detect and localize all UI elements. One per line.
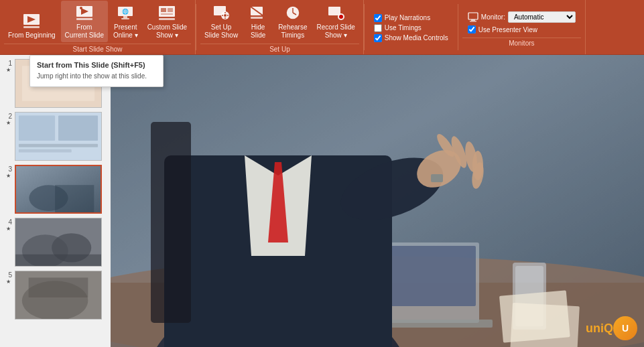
main-area: 1 ★ Slide 1 2 ★	[0, 55, 644, 347]
slide-thumb-4[interactable]	[15, 218, 102, 267]
slide-num-star-4: 4 ★	[4, 218, 12, 232]
rehearse-timings-icon	[283, 3, 302, 22]
slide-5-preview	[15, 271, 101, 320]
from-beginning-icon	[22, 11, 41, 30]
record-slide-show-button[interactable]: Record SlideShow ▾	[313, 1, 359, 42]
monitor-selector-row: Monitor: Automatic Primary Monitor	[468, 11, 576, 23]
slide-star-3: ★	[6, 173, 11, 179]
active-slide-svg	[111, 55, 644, 347]
ribbon: From Beginning FromCurrent Slide 🌐	[0, 0, 644, 55]
set-up-slide-show-label: Set UpSlide Show	[204, 23, 238, 40]
from-current-button[interactable]: FromCurrent Slide	[61, 1, 108, 42]
svg-rect-33	[468, 13, 478, 19]
slide-item-5[interactable]: 5 ★	[3, 269, 108, 321]
play-narrations-checkbox[interactable]	[374, 14, 382, 22]
slide-item-3[interactable]: 3 ★	[3, 163, 108, 215]
use-timings-checkbox[interactable]	[374, 24, 382, 32]
slideshow-options: Play Narrations Use Timings Show Media C…	[369, 11, 454, 45]
custom-slide-show-label: Custom SlideShow ▾	[147, 23, 187, 40]
from-current-label: FromCurrent Slide	[65, 23, 104, 40]
start-slideshow-buttons: From Beginning FromCurrent Slide 🌐	[4, 1, 191, 42]
tooltip-description: Jump right into the show at this slide.	[37, 72, 156, 81]
ribbon-section-options: Play Narrations Use Timings Show Media C…	[365, 0, 458, 54]
svg-rect-40	[19, 115, 55, 140]
svg-rect-5	[76, 18, 92, 20]
set-up-slide-show-icon	[212, 3, 231, 22]
present-online-label: PresentOnline ▾	[113, 23, 138, 40]
ribbon-section-start-slideshow: From Beginning FromCurrent Slide 🌐	[0, 0, 196, 54]
svg-rect-1	[23, 26, 40, 28]
svg-rect-15	[159, 18, 175, 20]
monitor-label: Monitor:	[481, 13, 505, 21]
present-online-icon: 🌐	[116, 3, 135, 22]
set-up-slide-show-button[interactable]: Set UpSlide Show	[200, 1, 242, 42]
slide-number-2: 2	[4, 113, 12, 120]
slide-num-star-5: 5 ★	[4, 271, 12, 285]
svg-rect-25	[251, 17, 263, 19]
svg-rect-14	[161, 13, 173, 15]
svg-rect-75	[431, 174, 443, 182]
from-beginning-button[interactable]: From Beginning	[4, 9, 60, 42]
custom-slide-show-button[interactable]: Custom SlideShow ▾	[143, 1, 191, 42]
presenter-view-checkbox[interactable]	[468, 25, 476, 33]
use-timings-label: Use Timings	[385, 24, 422, 31]
svg-rect-12	[161, 8, 166, 12]
logo-watermark: uniQ U	[586, 316, 637, 340]
monitor-select[interactable]: Automatic Primary Monitor	[508, 11, 576, 23]
presenter-view-row[interactable]: Use Presenter View	[468, 25, 576, 33]
slide-star-1: ★	[6, 67, 11, 73]
svg-point-6	[80, 7, 82, 9]
slide-num-star-3: 3 ★	[4, 165, 12, 179]
svg-point-18	[224, 14, 227, 17]
monitors-section-label: Monitors	[462, 38, 581, 47]
svg-rect-77	[510, 303, 580, 347]
setup-section-label: Set Up	[200, 44, 359, 53]
svg-point-32	[339, 15, 343, 19]
slide-number-4: 4	[4, 219, 12, 226]
show-media-controls-row[interactable]: Show Media Controls	[374, 34, 448, 42]
rehearse-timings-button[interactable]: RehearseTimings	[274, 1, 311, 42]
slide-4-preview	[15, 218, 101, 267]
svg-rect-8	[123, 16, 127, 18]
slide-number-1: 1	[4, 60, 12, 67]
svg-rect-35	[470, 21, 476, 22]
slide-star-4: ★	[6, 226, 11, 232]
tooltip-title: Start from This Slide (Shift+F5)	[37, 61, 156, 69]
present-online-button[interactable]: 🌐 PresentOnline ▾	[109, 1, 142, 42]
monitors-options: Monitor: Automatic Primary Monitor Use P…	[462, 9, 581, 36]
svg-rect-54	[29, 277, 88, 297]
from-current-icon	[75, 3, 94, 22]
svg-rect-43	[19, 149, 72, 153]
slide-num-star-1: 1 ★	[4, 59, 12, 73]
svg-rect-34	[471, 19, 475, 21]
play-narrations-label: Play Narrations	[385, 14, 430, 21]
slide-star-2: ★	[6, 120, 11, 126]
logo-text-orange: uniQ	[586, 322, 613, 336]
start-slideshow-section-label: Start Slide Show	[4, 44, 191, 53]
slide-thumb-2[interactable]	[15, 112, 102, 161]
tooltip-box: Start from This Slide (Shift+F5) Jump ri…	[29, 55, 164, 87]
slide-item-4[interactable]: 4 ★	[3, 216, 108, 268]
svg-rect-30	[328, 7, 340, 15]
slide-thumb-3[interactable]	[15, 165, 102, 214]
hide-slide-label: HideSlide	[251, 23, 265, 40]
slide-thumb-5[interactable]	[15, 271, 102, 320]
show-media-controls-checkbox[interactable]	[374, 34, 382, 42]
from-beginning-label: From Beginning	[8, 31, 56, 40]
play-narrations-row[interactable]: Play Narrations	[374, 14, 448, 22]
presenter-view-label: Use Presenter View	[478, 26, 537, 33]
svg-rect-42	[19, 144, 98, 147]
monitor-icon	[468, 12, 478, 23]
svg-rect-41	[58, 115, 98, 140]
slide-num-star-2: 2 ★	[4, 112, 12, 126]
use-timings-row[interactable]: Use Timings	[374, 24, 448, 32]
svg-rect-13	[168, 8, 173, 12]
hide-slide-button[interactable]: HideSlide	[243, 1, 273, 42]
hide-slide-icon	[249, 3, 267, 22]
slide-item-2[interactable]: 2 ★	[3, 111, 108, 162]
record-slide-show-icon	[326, 3, 345, 22]
slide-panel: 1 ★ Slide 1 2 ★	[0, 55, 111, 347]
custom-slide-show-icon	[157, 3, 176, 22]
slide-2-preview	[15, 112, 101, 161]
ribbon-section-monitors: Monitor: Automatic Primary Monitor Use P…	[458, 0, 586, 54]
